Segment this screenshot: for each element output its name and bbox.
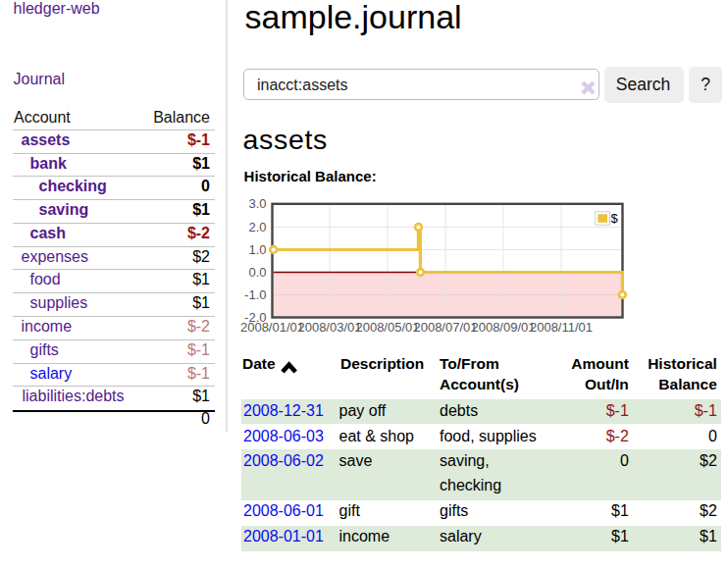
svg-text:0.0: 0.0 xyxy=(248,265,266,280)
svg-text:2008/07/01: 2008/07/01 xyxy=(413,320,477,335)
svg-text:2008/09/01: 2008/09/01 xyxy=(471,320,535,335)
svg-text:3.0: 3.0 xyxy=(248,196,266,211)
svg-text:2008/01/01: 2008/01/01 xyxy=(240,320,304,335)
svg-text:-1.0: -1.0 xyxy=(244,287,266,302)
svg-text:2008/03/01: 2008/03/01 xyxy=(297,320,361,335)
svg-text:2008/11/01: 2008/11/01 xyxy=(530,320,593,335)
svg-text:1.0: 1.0 xyxy=(248,242,266,257)
svg-text:2.0: 2.0 xyxy=(248,220,266,234)
svg-text:2008/05/01: 2008/05/01 xyxy=(355,320,419,335)
svg-text:$: $ xyxy=(611,211,619,226)
